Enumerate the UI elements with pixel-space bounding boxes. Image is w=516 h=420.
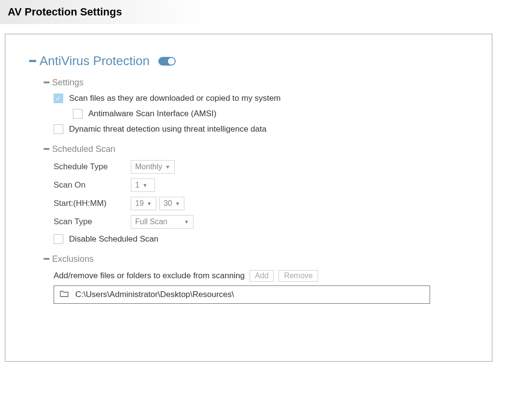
antivirus-protection-title: AntiVirus Protection	[40, 54, 150, 68]
start-hh-value: 19	[135, 199, 144, 208]
exclusions-section: ━ Exclusions Add/remove files or folders…	[44, 254, 468, 304]
page-title: AV Protection Settings	[0, 0, 516, 24]
start-mm-value: 30	[164, 199, 172, 208]
scheduled-scan-title: Scheduled Scan	[52, 144, 115, 154]
schedule-type-value: Monthly	[135, 163, 162, 171]
chevron-down-icon: ▼	[165, 164, 170, 170]
antivirus-protection-header[interactable]: ━ AntiVirus Protection	[29, 54, 468, 68]
scan-type-select[interactable]: Full Scan ▼	[131, 215, 194, 229]
remove-button[interactable]: Remove	[279, 270, 318, 282]
start-hh-select[interactable]: 19 ▼	[131, 197, 156, 210]
scan-downloaded-label: Scan files as they are downloaded or cop…	[69, 94, 280, 103]
folder-icon	[60, 290, 69, 299]
dynamic-threat-label: Dynamic threat detection using threat in…	[69, 124, 266, 134]
disable-scheduled-checkbox[interactable]	[54, 234, 63, 244]
disable-scheduled-row: Disable Scheduled Scan	[54, 234, 468, 244]
exclusions-desc: Add/remove files or folders to exclude f…	[54, 271, 245, 281]
chevron-down-icon: ▼	[142, 182, 148, 188]
amsi-checkbox[interactable]	[73, 109, 83, 119]
chevron-down-icon: ▼	[175, 201, 180, 206]
settings-panel: ━ AntiVirus Protection ━ Settings ✓ Scan…	[5, 34, 492, 362]
scan-type-row: Scan Type Full Scan ▼	[54, 215, 468, 229]
amsi-row: Antimalware Scan Interface (AMSI)	[73, 109, 468, 119]
start-time-row: Start:(HH:MM) 19 ▼ 30 ▼	[54, 197, 468, 210]
chevron-down-icon: ▼	[184, 219, 189, 225]
exclusions-title: Exclusions	[52, 254, 94, 264]
collapse-icon: ━	[44, 144, 49, 154]
add-button[interactable]: Add	[250, 270, 274, 282]
amsi-label: Antimalware Scan Interface (AMSI)	[88, 109, 216, 119]
antivirus-toggle[interactable]	[158, 57, 176, 66]
scan-downloaded-row: ✓ Scan files as they are downloaded or c…	[54, 94, 468, 103]
settings-header[interactable]: ━ Settings	[44, 77, 468, 88]
scan-downloaded-checkbox[interactable]: ✓	[54, 94, 63, 103]
scan-on-value: 1	[135, 181, 139, 190]
dynamic-threat-checkbox[interactable]	[54, 124, 63, 134]
scan-type-label: Scan Type	[54, 217, 131, 227]
collapse-icon: ━	[29, 56, 36, 67]
collapse-icon: ━	[44, 77, 49, 88]
scan-on-row: Scan On 1 ▼	[54, 178, 468, 192]
start-time-label: Start:(HH:MM)	[54, 199, 131, 208]
schedule-type-row: Schedule Type Monthly ▼	[54, 160, 468, 174]
chevron-down-icon: ▼	[147, 201, 152, 206]
exclusions-header[interactable]: ━ Exclusions	[44, 254, 468, 264]
exclusions-desc-row: Add/remove files or folders to exclude f…	[54, 270, 468, 282]
settings-title: Settings	[52, 78, 84, 88]
scheduled-scan-section: ━ Scheduled Scan Schedule Type Monthly ▼…	[44, 144, 468, 244]
scheduled-scan-header[interactable]: ━ Scheduled Scan	[44, 144, 468, 154]
schedule-type-label: Schedule Type	[54, 162, 131, 172]
scan-on-label: Scan On	[54, 180, 131, 190]
schedule-type-select[interactable]: Monthly ▼	[131, 160, 175, 174]
disable-scheduled-label: Disable Scheduled Scan	[69, 234, 158, 244]
exclusion-path: C:\Users\Administrator\Desktop\Resources…	[75, 290, 234, 299]
start-mm-select[interactable]: 30 ▼	[159, 197, 185, 210]
dynamic-threat-row: Dynamic threat detection using threat in…	[54, 124, 468, 134]
scan-type-value: Full Scan	[135, 217, 167, 226]
settings-section: ━ Settings ✓ Scan files as they are down…	[44, 77, 468, 134]
collapse-icon: ━	[44, 254, 49, 264]
scan-on-select[interactable]: 1 ▼	[131, 178, 155, 192]
exclusion-list[interactable]: C:\Users\Administrator\Desktop\Resources…	[54, 285, 430, 304]
